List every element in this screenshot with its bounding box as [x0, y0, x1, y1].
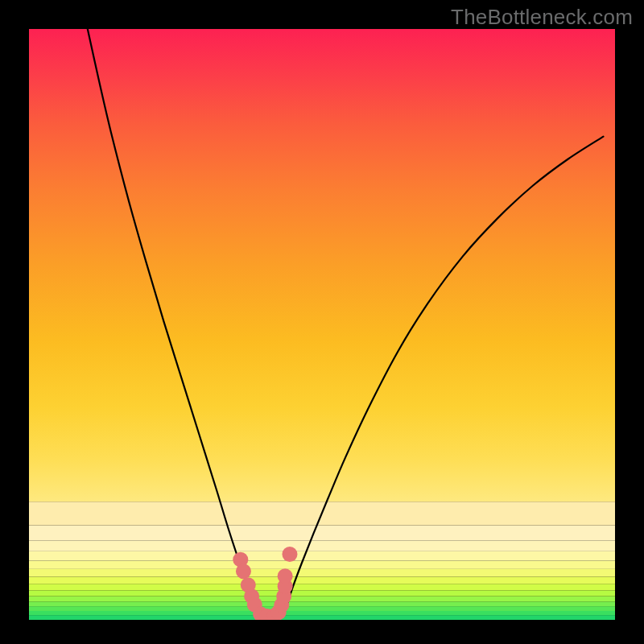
- bg-band: [29, 606, 615, 611]
- bg-band: [29, 541, 615, 551]
- bottleneck-chart: [0, 0, 644, 644]
- bg-band: [29, 590, 615, 596]
- background-bands: [29, 29, 615, 620]
- bg-band: [29, 584, 615, 590]
- bg-band: [29, 611, 615, 615]
- chart-stage: TheBottleneck.com: [0, 0, 644, 644]
- bg-band: [29, 561, 615, 569]
- bg-band: [29, 601, 615, 606]
- bg-band: [29, 576, 615, 584]
- overlay-dot: [278, 568, 293, 584]
- bg-band: [29, 29, 615, 502]
- bg-band: [29, 569, 615, 577]
- bg-band: [29, 597, 615, 602]
- bg-band: [29, 551, 615, 561]
- bg-band: [29, 615, 615, 620]
- bg-band: [29, 526, 615, 541]
- overlay-dot: [236, 564, 251, 579]
- overlay-dot: [282, 547, 297, 562]
